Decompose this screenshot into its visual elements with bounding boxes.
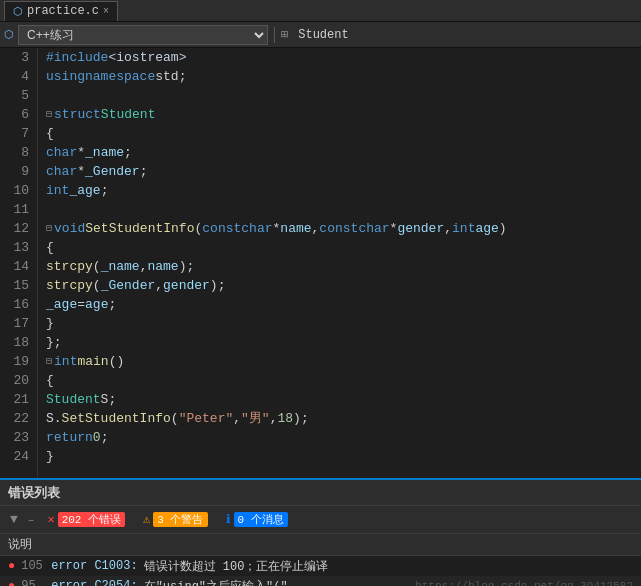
line-number: 16 xyxy=(4,295,29,314)
error-item-msg: 在"using"之后应输入"(" xyxy=(144,578,410,587)
token-punct: } xyxy=(46,314,54,333)
watermark: https://blog.csdn.net/qq_39412582 xyxy=(415,580,633,586)
line-number: 5 xyxy=(4,86,29,105)
error-panel-header: 错误列表 xyxy=(0,480,641,506)
token-kw: using xyxy=(46,67,85,86)
error-panel: 错误列表 ▼ – ✕ 202 个错误 ⚠ 3 个警告 ℹ 0 个消息 说明 ●1… xyxy=(0,478,641,586)
token-punct: }; xyxy=(46,333,62,352)
line-number: 20 xyxy=(4,371,29,390)
code-line: strcpy(_Gender, gender); xyxy=(46,276,641,295)
line-number: 6 xyxy=(4,105,29,124)
token-punct: , xyxy=(444,219,452,238)
token-punct: , xyxy=(270,409,278,428)
line-number: 15 xyxy=(4,276,29,295)
code-line: S.SetStudentInfo("Peter", "男", 18); xyxy=(46,409,641,428)
token-kw: #include xyxy=(46,48,108,67)
info-count-badge: 0 个消息 xyxy=(234,512,288,527)
function-label: Student xyxy=(292,28,354,42)
token-kw: int xyxy=(452,219,475,238)
token-var: _Gender xyxy=(85,162,140,181)
token-punct: , xyxy=(312,219,320,238)
error-filter-icon: ✕ xyxy=(47,512,54,527)
token-punct: ); xyxy=(210,276,226,295)
token-var: _Gender xyxy=(101,276,156,295)
code-line: } xyxy=(46,447,641,466)
token-kw: namespace xyxy=(85,67,155,86)
token-kw: char xyxy=(358,219,389,238)
token-kw: char xyxy=(241,219,272,238)
code-line: _age = age; xyxy=(46,295,641,314)
token-fn: SetStudentInfo xyxy=(85,219,194,238)
token-punct: ( xyxy=(171,409,179,428)
code-content[interactable]: #include <iostream>using namespace std;⊟… xyxy=(38,48,641,478)
token-kw: struct xyxy=(54,105,101,124)
token-param: name xyxy=(280,219,311,238)
code-line: { xyxy=(46,371,641,390)
line-number: 10 xyxy=(4,181,29,200)
token-kw: char xyxy=(46,162,77,181)
token-num: 0 xyxy=(93,428,101,447)
warning-filter-button[interactable]: ⚠ 3 个警告 xyxy=(138,509,212,530)
close-tab-button[interactable]: × xyxy=(103,6,109,17)
fold-indicator[interactable]: ⊟ xyxy=(46,352,52,371)
token-fn: main xyxy=(77,352,108,371)
token-param: gender xyxy=(397,219,444,238)
code-line: int _age; xyxy=(46,181,641,200)
scope-select[interactable]: C++练习 xyxy=(18,25,268,45)
error-toolbar: ▼ – ✕ 202 个错误 ⚠ 3 个警告 ℹ 0 个消息 xyxy=(0,506,641,534)
line-number: 19 xyxy=(4,352,29,371)
token-punct: * xyxy=(390,219,398,238)
error-item-code: error C1003: xyxy=(51,559,137,573)
token-punct: } xyxy=(46,447,54,466)
line-number: 13 xyxy=(4,238,29,257)
token-punct: ( xyxy=(93,276,101,295)
filter-chevron[interactable]: ▼ xyxy=(8,512,20,527)
warning-count-badge: 3 个警告 xyxy=(153,512,207,527)
token-param: age xyxy=(85,295,108,314)
token-var: _age xyxy=(69,181,100,200)
error-item[interactable]: ●105error C1003:错误计数超过 100；正在停止编译 xyxy=(0,556,641,576)
token-fn: strcpy xyxy=(46,257,93,276)
token-var: _name xyxy=(85,143,124,162)
error-col-header: 说明 xyxy=(0,534,641,556)
error-count-badge: 202 个错误 xyxy=(58,512,125,527)
function-icon: ⊞ xyxy=(281,27,288,42)
token-punct: = xyxy=(77,295,85,314)
error-panel-title: 错误列表 xyxy=(8,484,60,502)
error-item-code: error C2054: xyxy=(51,579,137,586)
error-list: ●105error C1003:错误计数超过 100；正在停止编译●95erro… xyxy=(0,556,641,586)
code-line: { xyxy=(46,238,641,257)
scope-icon: ⬡ xyxy=(4,28,14,41)
code-line: { xyxy=(46,124,641,143)
error-filter-button[interactable]: ✕ 202 个错误 xyxy=(42,509,130,530)
token-kw: int xyxy=(46,181,69,200)
toolbar: ⬡ C++练习 ⊞ Student xyxy=(0,22,641,48)
line-numbers: 3456789101112131415161718192021222324 xyxy=(0,48,38,478)
code-line xyxy=(46,86,641,105)
token-punct: * xyxy=(77,143,85,162)
error-item-num: 105 xyxy=(21,559,45,573)
token-punct: { xyxy=(46,371,54,390)
line-number: 17 xyxy=(4,314,29,333)
code-area[interactable]: 3456789101112131415161718192021222324 #i… xyxy=(0,48,641,478)
fold-indicator[interactable]: ⊟ xyxy=(46,219,52,238)
info-filter-button[interactable]: ℹ 0 个消息 xyxy=(221,509,293,530)
code-line: ⊟ void SetStudentInfo(const char* name, … xyxy=(46,219,641,238)
title-bar: ⬡ practice.c × xyxy=(0,0,641,22)
code-editor: 3456789101112131415161718192021222324 #i… xyxy=(0,48,641,478)
token-punct: ; xyxy=(101,428,109,447)
file-tab-icon: ⬡ xyxy=(13,5,23,18)
fold-indicator[interactable]: ⊟ xyxy=(46,105,52,124)
error-item[interactable]: ●95error C2054:在"using"之后应输入"("https://b… xyxy=(0,576,641,586)
token-var: _name xyxy=(101,257,140,276)
line-number: 23 xyxy=(4,428,29,447)
error-item-num: 95 xyxy=(21,579,45,586)
file-tab[interactable]: ⬡ practice.c × xyxy=(4,1,118,21)
token-punct: ; xyxy=(101,181,109,200)
code-line: ⊟int main() xyxy=(46,352,641,371)
token-type: Student xyxy=(46,390,101,409)
token-punct: S. xyxy=(46,409,62,428)
line-number: 3 xyxy=(4,48,29,67)
line-number: 24 xyxy=(4,447,29,466)
code-line: using namespace std; xyxy=(46,67,641,86)
